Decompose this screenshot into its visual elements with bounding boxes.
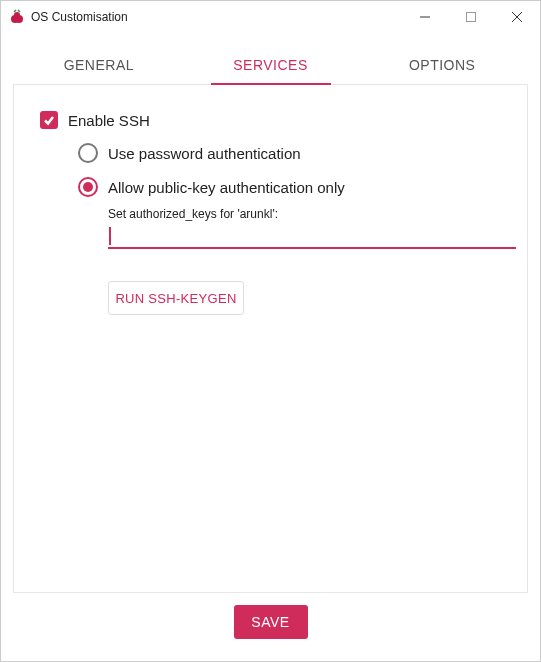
close-button[interactable] (494, 1, 540, 33)
close-icon (512, 12, 522, 22)
tab-services[interactable]: SERVICES (185, 45, 357, 84)
radio-password-auth[interactable]: Use password authentication (78, 143, 501, 163)
minimize-button[interactable] (402, 1, 448, 33)
os-customisation-window: OS Customisation GENERAL SERVICES OPTION (0, 0, 541, 662)
tab-bar: GENERAL SERVICES OPTIONS (13, 45, 528, 85)
window-controls (402, 1, 540, 33)
radio-label: Allow public-key authentication only (108, 179, 345, 196)
panel-spacer (40, 315, 501, 582)
button-label: RUN SSH-KEYGEN (115, 291, 236, 306)
svg-point-2 (14, 12, 20, 18)
radio-button (78, 177, 98, 197)
active-tab-underline (211, 83, 331, 85)
enable-ssh-checkbox[interactable] (40, 111, 58, 129)
window-title: OS Customisation (31, 10, 402, 24)
maximize-button[interactable] (448, 1, 494, 33)
tab-label: SERVICES (233, 57, 308, 73)
app-icon (9, 9, 25, 25)
services-panel: Enable SSH Use password authentication A… (13, 85, 528, 593)
svg-rect-4 (467, 13, 476, 22)
ssh-auth-radio-group: Use password authentication Allow public… (78, 143, 501, 211)
text-caret (109, 227, 111, 245)
maximize-icon (466, 12, 476, 22)
run-ssh-keygen-button[interactable]: RUN SSH-KEYGEN (108, 281, 244, 315)
radio-pubkey-auth[interactable]: Allow public-key authentication only (78, 177, 501, 197)
titlebar: OS Customisation (1, 1, 540, 33)
enable-ssh-label: Enable SSH (68, 112, 150, 129)
radio-label: Use password authentication (108, 145, 301, 162)
footer: SAVE (13, 593, 528, 643)
authorized-keys-field: Set authorized_keys for 'arunkl': (108, 207, 501, 267)
content-area: GENERAL SERVICES OPTIONS Enable SSH Use (1, 33, 540, 661)
button-label: SAVE (251, 614, 289, 630)
enable-ssh-row: Enable SSH (40, 111, 501, 129)
tab-label: OPTIONS (409, 57, 476, 73)
tab-general[interactable]: GENERAL (13, 45, 185, 84)
authorized-keys-input[interactable] (108, 223, 516, 249)
checkmark-icon (43, 114, 55, 126)
radio-button (78, 143, 98, 163)
save-button[interactable]: SAVE (234, 605, 308, 639)
authorized-keys-label: Set authorized_keys for 'arunkl': (108, 207, 501, 221)
tab-label: GENERAL (64, 57, 134, 73)
tab-options[interactable]: OPTIONS (356, 45, 528, 84)
minimize-icon (420, 12, 430, 22)
